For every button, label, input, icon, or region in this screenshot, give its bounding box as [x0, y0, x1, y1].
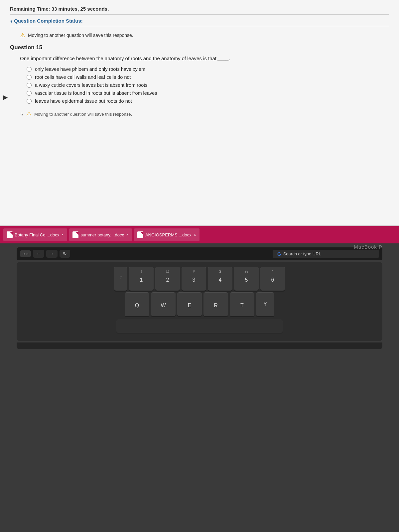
- option-5-text: leaves have epidermal tissue but roots d…: [35, 98, 132, 104]
- completion-status: ⁎ Question Completion Status:: [10, 18, 389, 26]
- option-3-text: a waxy cuticle covers leaves but is abse…: [35, 82, 147, 88]
- key-5[interactable]: % 5: [234, 267, 259, 291]
- key-4[interactable]: $ 4: [208, 267, 232, 291]
- key-1-main: 1: [140, 277, 143, 283]
- taskbar-item-3-label: ANGIOSPERMS....docx: [145, 232, 192, 237]
- bottom-bar: [17, 342, 382, 349]
- key-4-main: 4: [219, 277, 222, 283]
- search-or-url-text: Search or type URL: [283, 251, 321, 256]
- key-6-top: ^: [272, 269, 273, 273]
- number-row: ~ ` ! 1 @ 2 # 3 $ 4 % 5: [21, 267, 378, 291]
- option-3[interactable]: a waxy cuticle covers leaves but is abse…: [27, 82, 389, 88]
- key-2-main: 2: [166, 277, 169, 283]
- macbook-label: MacBook P: [354, 244, 382, 250]
- question-body: One important difference between the ana…: [20, 56, 389, 61]
- doc-icon-3: [137, 231, 143, 238]
- esc-key[interactable]: esc: [20, 250, 31, 257]
- taskbar-item-2-label: summer botany....docx: [80, 232, 124, 237]
- radio-2[interactable]: [27, 75, 32, 80]
- quiz-area: ▶ Remaining Time: 33 minutes, 25 seconds…: [0, 0, 399, 226]
- key-6[interactable]: ^ 6: [260, 267, 285, 291]
- completion-arrow: ⁎: [10, 18, 14, 24]
- key-3[interactable]: # 3: [182, 267, 206, 291]
- completion-status-label: Question Completion Status:: [14, 18, 83, 24]
- key-2-top: @: [166, 269, 169, 273]
- key-3-top: #: [193, 269, 195, 273]
- radio-4[interactable]: [27, 91, 32, 96]
- key-e-label: E: [188, 303, 192, 309]
- remaining-time-label: Remaining Time:: [10, 6, 50, 12]
- save-notice-top: ⚠ Moving to another question will save t…: [20, 32, 389, 39]
- key-bottom-placeholder: [116, 320, 283, 333]
- save-notice-bottom: ↳ ⚠ Moving to another question will save…: [20, 110, 389, 118]
- key-y[interactable]: Y: [256, 292, 274, 316]
- key-4-top: $: [219, 269, 221, 273]
- radio-3[interactable]: [27, 83, 32, 88]
- key-1[interactable]: ! 1: [129, 267, 154, 291]
- key-tilde[interactable]: ~ `: [114, 267, 127, 291]
- option-1[interactable]: only leaves have phloem and only roots h…: [27, 66, 389, 72]
- taskbar-caret-2: ∧: [126, 233, 129, 237]
- doc-icon-2: [72, 231, 78, 238]
- key-w[interactable]: W: [151, 292, 176, 316]
- save-notice-bottom-text: Moving to another question will save thi…: [34, 112, 132, 117]
- key-1-top: !: [141, 269, 142, 273]
- bottom-partial-row: [21, 320, 378, 333]
- key-q-label: Q: [135, 303, 139, 309]
- warning-icon-top: ⚠: [20, 32, 25, 39]
- google-logo: G: [277, 251, 281, 257]
- radio-5[interactable]: [27, 99, 32, 104]
- question-text-normal: One important difference between the ana…: [20, 56, 216, 61]
- taskbar: Botany Final Co....docx ∧ summer botany.…: [0, 226, 399, 243]
- key-e[interactable]: E: [177, 292, 202, 316]
- taskbar-item-1[interactable]: Botany Final Co....docx ∧: [3, 228, 67, 241]
- taskbar-caret-1: ∧: [61, 233, 64, 237]
- key-t[interactable]: T: [230, 292, 254, 316]
- doc-icon-1: [7, 231, 13, 238]
- key-6-main: 6: [271, 277, 274, 283]
- forward-arrow-key[interactable]: →: [46, 250, 58, 258]
- option-2-text: root cells have cell walls and leaf cell…: [35, 74, 131, 80]
- question-number: Question 15: [10, 44, 389, 51]
- key-5-top: %: [245, 269, 248, 273]
- option-2[interactable]: root cells have cell walls and leaf cell…: [27, 74, 389, 80]
- taskbar-item-1-label: Botany Final Co....docx: [15, 232, 59, 237]
- address-bar[interactable]: G Search or type URL: [273, 250, 379, 258]
- touchbar: esc ← → ↻ G Search or type URL: [17, 247, 382, 260]
- back-arrow-key[interactable]: ←: [33, 250, 44, 258]
- warning-icon-bottom: ⚠: [26, 110, 32, 118]
- save-notice-top-text: Moving to another question will save thi…: [28, 33, 133, 38]
- key-2[interactable]: @ 2: [155, 267, 180, 291]
- nav-arrow[interactable]: ▶: [3, 93, 8, 101]
- key-w-label: W: [161, 303, 166, 309]
- option-4[interactable]: vascular tissue is found in roots but is…: [27, 90, 389, 96]
- key-r-label: R: [214, 303, 218, 309]
- options-list: only leaves have phloem and only roots h…: [27, 66, 389, 104]
- laptop-body: MacBook P esc ← → ↻ G Search or type URL…: [0, 243, 399, 532]
- remaining-time: Remaining Time: 33 minutes, 25 seconds.: [10, 6, 389, 15]
- key-3-main: 3: [193, 277, 196, 283]
- arrow-bottom: ↳: [20, 112, 24, 117]
- option-4-text: vascular tissue is found in roots but is…: [35, 90, 157, 96]
- option-1-text: only leaves have phloem and only roots h…: [35, 66, 145, 72]
- option-5[interactable]: leaves have epidermal tissue but roots d…: [27, 98, 389, 104]
- key-5-main: 5: [245, 277, 248, 283]
- question-text-blank: ____.: [218, 56, 230, 61]
- qwerty-row: Q W E R T Y: [21, 292, 378, 316]
- radio-1[interactable]: [27, 67, 32, 72]
- key-q[interactable]: Q: [125, 292, 149, 316]
- reload-key[interactable]: ↻: [60, 250, 70, 258]
- remaining-time-value: 33 minutes, 25 seconds.: [52, 6, 109, 12]
- key-r[interactable]: R: [203, 292, 228, 316]
- key-t-label: T: [240, 303, 244, 309]
- taskbar-item-3[interactable]: ANGIOSPERMS....docx ∧: [134, 228, 200, 241]
- taskbar-caret-3: ∧: [194, 233, 196, 237]
- taskbar-item-2[interactable]: summer botany....docx ∧: [69, 228, 132, 241]
- keyboard: ~ ` ! 1 @ 2 # 3 $ 4 % 5: [17, 262, 382, 341]
